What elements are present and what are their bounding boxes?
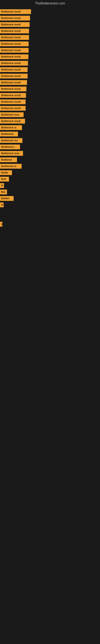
bottleneck-bar: Bottleneck result bbox=[0, 42, 29, 46]
bottleneck-bar: Bottleneck result bbox=[0, 22, 30, 27]
bottleneck-bar: Bottleneck result bbox=[0, 67, 28, 72]
bottleneck-bar: Bottleneck result bbox=[0, 100, 26, 104]
bottleneck-bar: Bottleneck resu bbox=[0, 151, 23, 156]
bottleneck-bar: Bottleneck result bbox=[0, 74, 28, 78]
bar-row: Bottleneck resu bbox=[0, 112, 100, 118]
bar-row: Bottleneck result bbox=[0, 67, 100, 72]
bottleneck-bar: Bottleneck result bbox=[0, 16, 30, 20]
bottleneck-bar: Bottlenec bbox=[0, 158, 17, 162]
bar-row: Bottleneck re bbox=[0, 125, 100, 130]
bar-row: B bbox=[0, 202, 100, 208]
bottleneck-bar: Bottleneck res bbox=[0, 138, 22, 143]
bar-row: Bottleneck result bbox=[0, 118, 100, 124]
bar-row: Bottleneck result bbox=[0, 60, 100, 66]
bottleneck-bar: Bottlen bbox=[0, 196, 14, 201]
bottleneck-bar: Bottleneck result bbox=[0, 9, 31, 14]
bar-row: B bbox=[0, 183, 100, 188]
bottleneck-bar: Bottleneck result bbox=[0, 61, 28, 66]
bar-row: Bott bbox=[0, 176, 100, 182]
bottleneck-bar: B bbox=[0, 202, 3, 207]
bottleneck-bar: Bottleneck result bbox=[0, 35, 29, 40]
bar-row: Bottleneck res bbox=[0, 138, 100, 143]
bottleneck-bar: Bottle bbox=[0, 170, 12, 175]
bottleneck-bar: B bbox=[0, 183, 4, 188]
bar-row: Bottleneck result bbox=[0, 34, 100, 40]
bar-row bbox=[0, 208, 100, 214]
bottleneck-bar: Bottleneck result bbox=[0, 80, 27, 85]
bar-row: Bottleneck result bbox=[0, 54, 100, 60]
bottleneck-bar: Bottleneck result bbox=[0, 48, 29, 53]
bar-row: Bottle bbox=[0, 170, 100, 176]
bottleneck-bar: Bott bbox=[0, 177, 9, 182]
bar-row: Bottleneck bbox=[0, 131, 100, 137]
bottleneck-bar: Bottleneck re bbox=[0, 125, 22, 130]
bottleneck-bar: Bottleneck result bbox=[0, 106, 26, 111]
bar-row: Bottleneck re bbox=[0, 164, 100, 169]
bar-row bbox=[0, 241, 100, 246]
bottleneck-bar: Bottleneck result bbox=[0, 86, 26, 91]
bar-row: Bottleneck result bbox=[0, 15, 100, 21]
bar-row: b bbox=[0, 222, 100, 227]
bottleneck-bar: Bottleneck bbox=[0, 132, 18, 136]
bottleneck-bar: Bottleneck result bbox=[0, 54, 28, 59]
bar-row: Bottleneck result bbox=[0, 92, 100, 98]
bottleneck-bar: Bottleneck r bbox=[0, 144, 20, 149]
bar-row: Bottleneck result bbox=[0, 28, 100, 34]
bar-row: Bottleneck result bbox=[0, 80, 100, 85]
bar-row: Bottleneck result bbox=[0, 86, 100, 92]
bar-row bbox=[0, 247, 100, 253]
bottleneck-bar: Bottleneck result bbox=[0, 28, 29, 34]
bottleneck-bar: Bottleneck re bbox=[0, 164, 22, 169]
bar-row: Bottleneck result bbox=[0, 48, 100, 53]
bar-row bbox=[0, 215, 100, 220]
bottleneck-bar: Bottleneck result bbox=[0, 119, 25, 124]
bar-row: Bottleneck r bbox=[0, 144, 100, 150]
bottleneck-bar: Bot bbox=[0, 190, 7, 194]
bar-row bbox=[0, 228, 100, 234]
bar-row: Bottlen bbox=[0, 196, 100, 201]
bottleneck-bar: b bbox=[0, 222, 2, 226]
bar-row: Bottleneck result bbox=[0, 22, 100, 27]
bottleneck-bar: Bottleneck result bbox=[0, 93, 26, 98]
bar-row bbox=[0, 234, 100, 240]
bar-row: Bottleneck result bbox=[0, 99, 100, 105]
site-title: TheBottlenecker.com bbox=[0, 0, 100, 7]
bottleneck-bar: Bottleneck resu bbox=[0, 112, 24, 117]
bar-row: Bottleneck result bbox=[0, 106, 100, 111]
bar-row: Bottleneck result bbox=[0, 9, 100, 14]
bar-row: Bottlenec bbox=[0, 157, 100, 162]
bar-row: Bottleneck result bbox=[0, 41, 100, 47]
bar-row: Bottleneck result bbox=[0, 73, 100, 79]
bar-row: Bot bbox=[0, 189, 100, 195]
bar-row: Bottleneck resu bbox=[0, 150, 100, 156]
bars-container: Bottleneck resultBottleneck resultBottle… bbox=[0, 7, 100, 256]
